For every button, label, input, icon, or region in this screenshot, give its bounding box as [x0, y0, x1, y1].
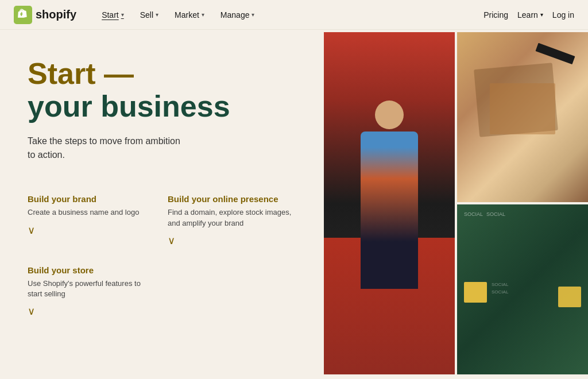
nav-links-left: Start ▾ Sell ▾ Market ▾ Manage ▾: [95, 6, 483, 24]
nav-start[interactable]: Start ▾: [95, 6, 131, 24]
nav-market[interactable]: Market ▾: [168, 6, 211, 24]
card-build-brand-chevron[interactable]: ∨: [28, 224, 154, 237]
card-online-presence: Build your online presence Find a domain…: [168, 194, 294, 246]
nav-login[interactable]: Log in: [552, 10, 574, 20]
manage-chevron-icon: ▾: [252, 11, 254, 18]
card-build-store-desc: Use Shopify's powerful features to start…: [28, 279, 154, 299]
card-build-brand: Build your brand Create a business name …: [28, 194, 154, 246]
card-online-presence-desc: Find a domain, explore stock images, and…: [168, 207, 294, 228]
nav-links-right: Pricing Learn ▾ Log in: [483, 10, 574, 20]
left-panel: Start — your business Take the steps to …: [0, 30, 322, 379]
hero-subtitle: Take the steps to move from ambitionto a…: [28, 134, 294, 162]
card-online-presence-chevron[interactable]: ∨: [168, 234, 294, 247]
market-chevron-icon: ▾: [202, 11, 204, 18]
brand-logo[interactable]: shopify: [14, 6, 76, 24]
brand-name: shopify: [36, 8, 76, 21]
card-build-store-chevron[interactable]: ∨: [28, 305, 154, 318]
image-grid: SOCIAL SOCIAL SOCIAL SOCIAL: [322, 30, 588, 379]
card-build-brand-desc: Create a business name and logo: [28, 207, 154, 218]
image-leather-goods: [457, 32, 588, 202]
image-chalkboard: SOCIAL SOCIAL SOCIAL SOCIAL: [457, 204, 588, 374]
start-chevron-icon: ▾: [121, 11, 124, 18]
nav-pricing[interactable]: Pricing: [483, 10, 508, 20]
main-content: Start — your business Take the steps to …: [0, 30, 588, 379]
image-man-stairs: [324, 32, 455, 374]
cards-grid: Build your brand Create a business name …: [28, 194, 294, 318]
card-online-presence-title[interactable]: Build your online presence: [168, 194, 294, 204]
navigation: shopify Start ▾ Sell ▾ Market ▾ Manage ▾…: [0, 0, 588, 30]
learn-chevron-icon: ▾: [540, 11, 543, 18]
nav-manage[interactable]: Manage ▾: [214, 6, 262, 24]
card-build-brand-title[interactable]: Build your brand: [28, 194, 154, 204]
nav-learn[interactable]: Learn ▾: [517, 10, 543, 20]
card-build-store: Build your store Use Shopify's powerful …: [28, 265, 154, 318]
card-build-store-title[interactable]: Build your store: [28, 265, 154, 275]
hero-title: Start — your business: [28, 57, 294, 123]
sell-chevron-icon: ▾: [156, 11, 158, 18]
nav-sell[interactable]: Sell ▾: [133, 6, 165, 24]
